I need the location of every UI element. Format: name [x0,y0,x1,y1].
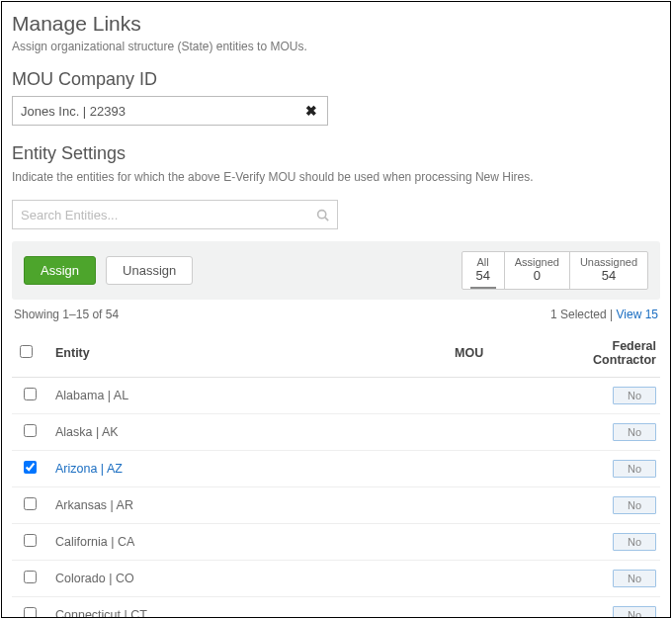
filter-tab-assigned[interactable]: Assigned 0 [504,252,569,289]
row-checkbox[interactable] [24,497,37,510]
page-subtitle: Assign organizational structure (State) … [12,40,660,53]
col-select-all [12,329,47,378]
mou-company-id-field[interactable]: ✖ [12,96,328,126]
table-row: California | CANo [12,524,660,561]
federal-cell: No [542,451,660,487]
filter-all-label: All [472,256,494,268]
mou-cell [396,378,542,414]
selected-count: 1 Selected [550,308,607,321]
filter-all-count: 54 [472,268,494,283]
row-checkbox[interactable] [24,424,37,437]
table-row: Arkansas | ARNo [12,487,660,524]
filter-assigned-count: 0 [515,268,559,283]
col-mou: MOU [396,329,542,378]
row-select-cell [12,451,47,487]
select-all-checkbox[interactable] [20,345,33,358]
row-select-cell [12,597,47,619]
federal-contractor-badge[interactable]: No [613,533,656,551]
col-federal: Federal Contractor [542,329,660,378]
federal-contractor-badge[interactable]: No [613,496,656,514]
mou-cell [396,524,542,561]
filter-tab-all[interactable]: All 54 [462,252,504,289]
mou-cell [396,487,542,524]
federal-cell: No [542,487,660,524]
app-frame: Manage Links Assign organizational struc… [1,1,671,618]
table-row: Colorado | CONo [12,561,660,597]
unassign-button[interactable]: Unassign [106,256,193,285]
table-row: Connecticut | CTNo [12,597,660,619]
svg-point-0 [318,210,326,218]
svg-line-1 [325,217,328,220]
clear-icon[interactable]: ✖ [303,103,319,119]
assign-button[interactable]: Assign [24,256,96,285]
mou-cell [396,451,542,487]
row-select-cell [12,378,47,414]
row-checkbox[interactable] [24,571,37,583]
showing-label: Showing 1–15 of 54 [14,308,119,321]
row-select-cell [12,487,47,524]
row-select-cell [12,414,47,451]
table-row: Alaska | AKNo [12,414,660,451]
entity-cell: Alaska | AK [47,414,396,451]
mou-section-title: MOU Company ID [12,69,660,90]
row-select-cell [12,524,47,561]
entity-cell: Arkansas | AR [47,487,396,524]
filter-tabs: All 54 Assigned 0 Unassigned 54 [462,251,648,290]
row-checkbox[interactable] [24,388,37,400]
entity-cell: California | CA [47,524,396,561]
action-toolbar: Assign Unassign All 54 Assigned 0 Unassi… [12,241,660,300]
search-entities-input[interactable] [21,208,316,222]
federal-contractor-badge[interactable]: No [613,606,656,618]
federal-contractor-badge[interactable]: No [613,460,656,478]
table-row: Alabama | ALNo [12,378,660,414]
entity-cell: Colorado | CO [47,561,396,597]
federal-cell: No [542,414,660,451]
page-title: Manage Links [12,12,660,36]
federal-cell: No [542,378,660,414]
entity-cell: Arizona | AZ [47,451,396,487]
row-checkbox[interactable] [24,534,37,547]
selection-summary: 1 Selected | View 15 [550,308,658,321]
filter-assigned-label: Assigned [515,256,559,268]
mou-cell [396,561,542,597]
filter-unassigned-label: Unassigned [580,256,637,268]
table-header-row: Entity MOU Federal Contractor [12,329,660,378]
search-entities-field[interactable] [12,200,338,229]
federal-cell: No [542,597,660,619]
federal-contractor-badge[interactable]: No [613,570,656,587]
results-meta: Showing 1–15 of 54 1 Selected | View 15 [14,308,658,321]
federal-cell: No [542,561,660,597]
row-checkbox[interactable] [24,607,37,618]
filter-unassigned-count: 54 [580,268,637,283]
col-entity: Entity [47,329,396,378]
row-select-cell [12,561,47,597]
entities-table: Entity MOU Federal Contractor Alabama | … [12,329,660,618]
mou-cell [396,597,542,619]
entity-settings-title: Entity Settings [12,143,660,164]
mou-cell [396,414,542,451]
table-row: Arizona | AZNo [12,451,660,487]
search-icon[interactable] [316,209,329,221]
filter-tab-unassigned[interactable]: Unassigned 54 [569,252,647,289]
mou-company-id-input[interactable] [21,104,303,119]
meta-divider: | [607,308,617,321]
federal-contractor-badge[interactable]: No [613,387,656,404]
entity-cell: Alabama | AL [47,378,396,414]
federal-contractor-badge[interactable]: No [613,423,656,441]
view-page-size-link[interactable]: View 15 [617,308,658,321]
entity-settings-desc: Indicate the entities for which the abov… [12,170,660,184]
federal-cell: No [542,524,660,561]
entity-cell: Connecticut | CT [47,597,396,619]
row-checkbox[interactable] [24,461,37,474]
